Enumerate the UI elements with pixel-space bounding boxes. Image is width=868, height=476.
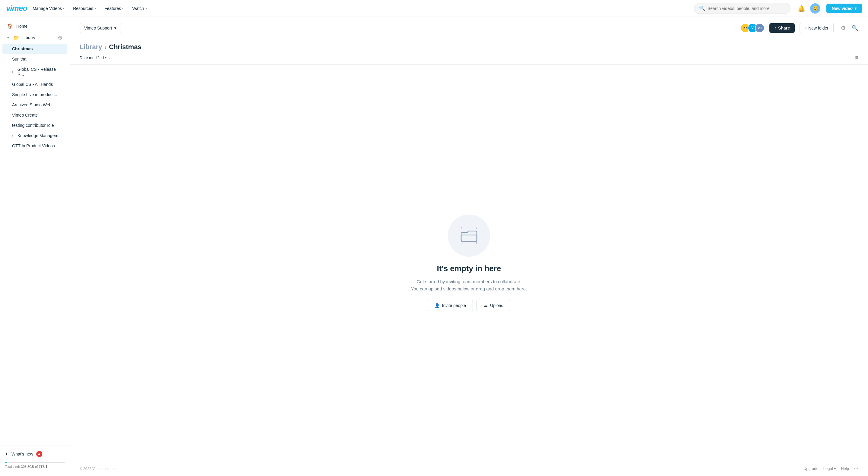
sidebar-item-christmas[interactable]: Christmas bbox=[2, 44, 67, 54]
upgrade-link[interactable]: Upgrade bbox=[803, 466, 818, 471]
home-icon: 🏠 bbox=[7, 23, 13, 29]
topnav-icons: 🔔 😊 bbox=[798, 3, 820, 13]
list-view-icon[interactable]: ≡ bbox=[855, 55, 858, 61]
chevron-down-icon: ▾ bbox=[105, 56, 106, 59]
svg-text:✦: ✦ bbox=[461, 242, 463, 245]
chevron-down-icon: ▾ bbox=[122, 7, 124, 10]
topnav: vimeo Manage Videos ▾ Resources ▾ Featur… bbox=[0, 0, 868, 17]
chevron-down-icon: ▾ bbox=[63, 7, 65, 10]
sidebar-item-sunitha[interactable]: Sunitha bbox=[2, 54, 67, 64]
breadcrumb-separator: › bbox=[105, 44, 107, 50]
chevron-down-icon: ▾ bbox=[834, 466, 836, 471]
add-library-button[interactable]: ⊕ bbox=[58, 34, 62, 41]
breadcrumb: Library › Christmas bbox=[70, 37, 868, 53]
user-avatar[interactable]: 😊 bbox=[810, 3, 820, 13]
upload-button[interactable]: ☁ Upload bbox=[476, 300, 510, 311]
main-content: Vimeo Support ▾ 😊 V 20 ↑ Share + New fol… bbox=[70, 17, 868, 476]
search-input[interactable] bbox=[708, 6, 785, 11]
sidebar-item-global-cs-release[interactable]: › Global CS - Release R... bbox=[2, 64, 67, 79]
empty-state: ✦ ✦ ✦ ✦ It's empty in here Get started b… bbox=[70, 65, 868, 461]
new-video-button[interactable]: New video ▾ bbox=[826, 4, 862, 13]
sidebar-item-knowledge-mgmt[interactable]: › Knowledge Managem... bbox=[2, 131, 67, 141]
invite-icon: 👤 bbox=[435, 303, 440, 308]
storage-bar bbox=[5, 462, 65, 463]
share-icon: ↑ bbox=[774, 26, 776, 30]
search-icon: 🔍 bbox=[699, 5, 705, 11]
library-icon: 📁 bbox=[13, 35, 19, 41]
empty-folder-icon: ✦ ✦ ✦ ✦ bbox=[448, 214, 490, 257]
header-avatars: 😊 V 20 bbox=[743, 23, 765, 33]
chevron-right-icon: › bbox=[12, 70, 13, 73]
sidebar-item-archived-studio[interactable]: Archived Studio Webi... bbox=[2, 100, 67, 110]
copyright-text: © 2022 Vimeo.com, Inc. bbox=[80, 467, 118, 471]
sparkle-icon: ✦ bbox=[5, 452, 8, 456]
sidebar-item-global-cs-allhands[interactable]: Global CS - All Hands bbox=[2, 79, 67, 90]
sort-direction-icon[interactable]: ↓ bbox=[109, 56, 111, 60]
search-icon[interactable]: 🔍 bbox=[852, 25, 858, 31]
nav-resources[interactable]: Resources ▾ bbox=[70, 4, 99, 13]
nav-watch[interactable]: Watch ▾ bbox=[129, 4, 150, 13]
share-button[interactable]: ↑ Share bbox=[769, 23, 795, 33]
storage-label: Total Limit 308.3GB of 7TB ℹ bbox=[5, 465, 65, 469]
chevron-down-icon: ▾ bbox=[855, 6, 857, 11]
legal-link[interactable]: Legal ▾ bbox=[824, 466, 836, 471]
sidebar-whats-new[interactable]: ✦ What's new 4 bbox=[0, 448, 70, 460]
footer-links: Upgrade Legal ▾ Help ··· bbox=[803, 466, 858, 472]
avatar-count: 20 bbox=[755, 23, 765, 33]
sidebar-item-vimeo-create[interactable]: Vimeo Create bbox=[2, 110, 67, 120]
more-options-icon[interactable]: ··· bbox=[854, 466, 858, 472]
empty-actions: 👤 Invite people ☁ Upload bbox=[428, 300, 510, 311]
sort-row: Date modified ▾ ↓ ≡ bbox=[70, 53, 868, 65]
layout: 🏠 Home ▾ 📁 Library ⊕ Christmas Sunitha ›… bbox=[0, 17, 868, 476]
sidebar-item-library[interactable]: ▾ 📁 Library ⊕ bbox=[2, 32, 67, 44]
nav-features[interactable]: Features ▾ bbox=[101, 4, 127, 13]
chevron-down-icon: ▾ bbox=[145, 7, 147, 10]
empty-subtitle: Get started by inviting team members to … bbox=[411, 278, 527, 293]
new-folder-button[interactable]: + New folder bbox=[800, 23, 834, 33]
folder-selector[interactable]: Vimeo Support ▾ bbox=[80, 23, 121, 33]
sidebar-bottom: ✦ What's new 4 Total Limit 308.3GB of 7T… bbox=[0, 446, 70, 472]
storage-bar-container: Total Limit 308.3GB of 7TB ℹ bbox=[0, 460, 70, 470]
sidebar-item-ott-in-product[interactable]: OTT In Product Videos bbox=[2, 141, 67, 151]
notification-bell-icon[interactable]: 🔔 bbox=[798, 5, 805, 12]
svg-text:✦: ✦ bbox=[460, 226, 462, 230]
empty-title: It's empty in here bbox=[437, 264, 501, 273]
info-icon: ℹ bbox=[46, 465, 48, 469]
chevron-right-icon: › bbox=[12, 134, 13, 137]
sort-date-button[interactable]: Date modified ▾ bbox=[80, 56, 106, 60]
chevron-down-icon: ▾ bbox=[94, 7, 96, 10]
whats-new-badge: 4 bbox=[36, 451, 42, 457]
breadcrumb-current: Christmas bbox=[109, 43, 142, 51]
sidebar-item-testing-contributor[interactable]: testing contributor role bbox=[2, 120, 67, 131]
chevron-down-icon: ▾ bbox=[114, 26, 116, 30]
search-bar[interactable]: 🔍 bbox=[694, 3, 790, 14]
main-footer: © 2022 Vimeo.com, Inc. Upgrade Legal ▾ H… bbox=[70, 461, 868, 476]
svg-text:✦: ✦ bbox=[475, 241, 477, 245]
storage-bar-fill bbox=[5, 462, 7, 463]
upload-icon: ☁ bbox=[484, 303, 488, 308]
sidebar-item-home[interactable]: 🏠 Home bbox=[2, 21, 67, 32]
settings-gear-icon[interactable]: ⚙ bbox=[841, 25, 846, 31]
vimeo-logo[interactable]: vimeo bbox=[6, 4, 27, 13]
sidebar-item-simple-live[interactable]: Simple Live in product... bbox=[2, 90, 67, 100]
main-header: Vimeo Support ▾ 😊 V 20 ↑ Share + New fol… bbox=[70, 17, 868, 37]
chevron-down-icon: ▾ bbox=[7, 36, 9, 40]
help-link[interactable]: Help bbox=[841, 466, 849, 471]
svg-text:✦: ✦ bbox=[476, 227, 478, 230]
sidebar: 🏠 Home ▾ 📁 Library ⊕ Christmas Sunitha ›… bbox=[0, 17, 70, 476]
invite-people-button[interactable]: 👤 Invite people bbox=[428, 300, 473, 311]
breadcrumb-library[interactable]: Library bbox=[80, 43, 102, 51]
nav-manage-videos[interactable]: Manage Videos ▾ bbox=[30, 4, 67, 13]
